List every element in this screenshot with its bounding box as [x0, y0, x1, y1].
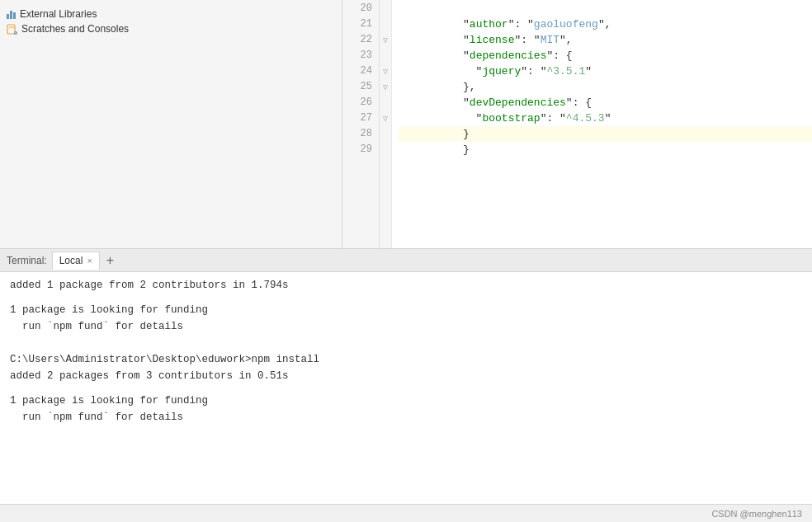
sidebar: External Libraries Scratches and Console…: [0, 0, 342, 248]
terminal-tabs: Terminal: Local × +: [0, 249, 812, 272]
external-libraries-label: External Libraries: [20, 8, 97, 20]
terminal-label: Terminal:: [7, 255, 47, 266]
key-dependencies: dependencies: [470, 49, 547, 62]
terminal-area: Terminal: Local × + added 1 package from…: [0, 248, 812, 504]
svg-rect-0: [7, 25, 15, 34]
key-license: license: [470, 34, 515, 46]
line-numbers: 20 21 22 23 24 25 26 27 28 29: [342, 0, 380, 248]
fold-line-21: [380, 16, 391, 32]
terminal-line-4: run `npm fund` for details: [10, 318, 802, 335]
terminal-add-button[interactable]: +: [103, 254, 117, 267]
fold-line-27[interactable]: ▽: [380, 111, 391, 126]
code-content: 20 21 22 23 24 25 26 27 28 29 ▽ ▽ ▽ ▽: [342, 0, 812, 248]
line-num-28: 28: [342, 126, 372, 142]
terminal-content: added 1 package from 2 contributors in 1…: [0, 272, 812, 504]
fold-line-26: [380, 95, 391, 111]
scratches-label: Scratches and Consoles: [21, 23, 129, 35]
terminal-line-1: added 1 package from 2 contributors in 1…: [10, 277, 802, 294]
val-bootstrap: ^4.5.3: [566, 112, 605, 125]
line-num-24: 24: [342, 63, 372, 79]
key-bootstrap: bootstrap: [482, 112, 540, 125]
key-author: author: [470, 18, 508, 31]
terminal-line-8: added 2 packages from 3 contributors in …: [10, 368, 802, 384]
val-jquery: ^3.5.1: [546, 65, 585, 78]
bottom-bar: CSDN @menghen113: [0, 504, 812, 522]
fold-gutter: ▽ ▽ ▽ ▽: [380, 0, 392, 248]
terminal-tab-close[interactable]: ×: [87, 256, 92, 266]
terminal-line-3: 1 package is looking for funding: [10, 302, 802, 318]
line-num-29: 29: [342, 142, 372, 158]
punct: ": [463, 18, 470, 31]
bottom-bar-text: CSDN @menghen113: [711, 509, 802, 519]
main-area: External Libraries Scratches and Console…: [0, 0, 812, 248]
fold-line-24[interactable]: ▽: [380, 63, 391, 79]
line-num-23: 23: [342, 48, 372, 63]
fold-line-28: [380, 126, 391, 142]
terminal-line-11: run `npm fund` for details: [10, 409, 802, 426]
fold-line-25[interactable]: ▽: [380, 79, 391, 95]
scratches-icon: [7, 24, 17, 35]
val-license: MIT: [541, 34, 559, 46]
line-num-26: 26: [342, 95, 372, 111]
code-line-20: "author": "gaoluofeng",: [399, 1, 812, 16]
line-num-22: 22: [342, 32, 372, 48]
bar-chart-icon: [7, 9, 16, 19]
line-num-25: 25: [342, 79, 372, 95]
fold-line-29: [380, 142, 391, 158]
sidebar-item-scratches[interactable]: Scratches and Consoles: [0, 21, 342, 36]
sidebar-item-external-libraries[interactable]: External Libraries: [0, 7, 342, 21]
fold-line-22[interactable]: ▽: [380, 32, 391, 48]
line-num-20: 20: [342, 1, 372, 16]
terminal-line-7: C:\Users\Administrator\Desktop\eduwork>n…: [10, 351, 802, 368]
line-num-27: 27: [342, 111, 372, 126]
terminal-line-10: 1 package is looking for funding: [10, 393, 802, 409]
code-lines: "author": "gaoluofeng", "license": "MIT"…: [392, 0, 812, 248]
fold-line-23: [380, 48, 391, 63]
line-num-21: 21: [342, 16, 372, 32]
val-author: gaoluofeng: [534, 18, 598, 31]
key-devdeps: devDependencies: [470, 96, 566, 109]
key-jquery: jquery: [482, 65, 521, 78]
terminal-tab-local[interactable]: Local ×: [52, 252, 100, 270]
fold-line-20: [380, 1, 391, 16]
editor-area: 20 21 22 23 24 25 26 27 28 29 ▽ ▽ ▽ ▽: [342, 0, 812, 248]
terminal-tab-local-label: Local: [59, 255, 83, 266]
